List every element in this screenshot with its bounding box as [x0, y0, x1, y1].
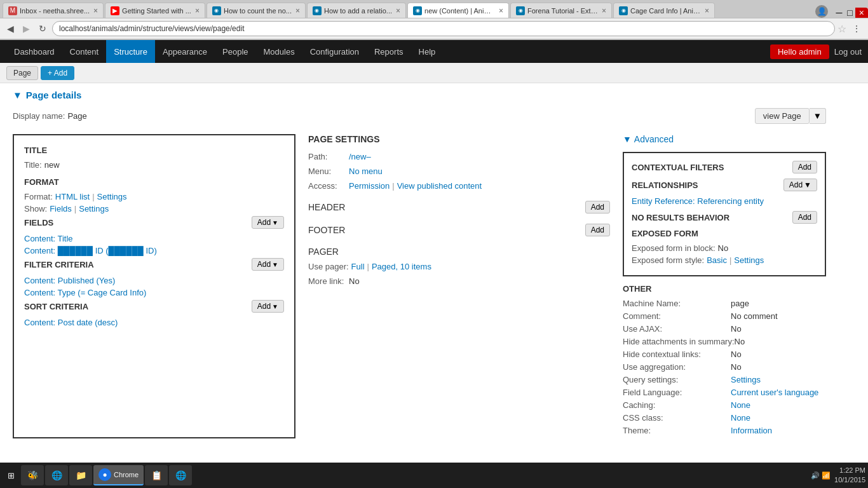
refresh-button[interactable]: ↻: [36, 22, 50, 35]
nav-dashboard[interactable]: Dashboard: [6, 40, 62, 63]
bookmark-button[interactable]: ☆: [837, 23, 846, 35]
path-row: Path: /new–: [308, 152, 610, 161]
filter-add-button[interactable]: Add ▼: [252, 258, 284, 271]
nav-content[interactable]: Content: [62, 40, 107, 63]
pager-full-link[interactable]: Full: [351, 262, 365, 271]
show-settings-link[interactable]: Settings: [79, 204, 109, 214]
contextual-filters-add-button[interactable]: Add: [792, 161, 817, 173]
other-query-settings-link[interactable]: Settings: [731, 375, 761, 384]
address-bar[interactable]: [52, 21, 835, 36]
other-css-class: CSS class: None: [623, 413, 826, 423]
access-permission-link[interactable]: Permission: [349, 181, 390, 191]
other-ajax-value: No: [731, 324, 742, 334]
relationships-entity-link[interactable]: Entity Reference: Referencing entity: [632, 196, 764, 206]
fields-add-button[interactable]: Add ▼: [252, 216, 284, 229]
tab-cage[interactable]: ◉ Cage Card Info | Anim... ×: [613, 3, 715, 18]
other-hide-contextual-label: Hide contextual links:: [623, 349, 731, 359]
other-hide-contextual-value: No: [731, 349, 742, 359]
nav-configuration[interactable]: Configuration: [302, 40, 367, 63]
settings-button[interactable]: ⋮: [849, 22, 864, 35]
nav-appearance[interactable]: Appearance: [155, 40, 215, 63]
profile-icon[interactable]: 👤: [810, 5, 833, 18]
tab-forena-close[interactable]: ×: [602, 6, 606, 15]
nav-people[interactable]: People: [215, 40, 255, 63]
show-field-row: Show: Fields | Settings: [24, 204, 284, 214]
minimize-button[interactable]: ─: [833, 8, 844, 18]
field-content-id: Content: ██████ ID (██████ ID): [24, 246, 284, 255]
tab-drupal3-active[interactable]: ◉ new (Content) | Anim... ×: [407, 3, 509, 18]
relationships-header: RELATIONSHIPS Add ▼: [632, 179, 817, 191]
tab-drupal2-text: How to add a relatio...: [324, 7, 392, 15]
page-settings-title: PAGE SETTINGS: [308, 134, 610, 144]
tab-drupal2[interactable]: ◉ How to add a relatio... ×: [307, 3, 406, 18]
tab-youtube-text: Getting Started with ...: [122, 7, 191, 15]
back-button[interactable]: ◀: [4, 22, 17, 35]
logout-button[interactable]: Log out: [834, 47, 862, 57]
page-tab-button[interactable]: Page: [6, 66, 38, 80]
add-button[interactable]: + Add: [41, 66, 74, 80]
forward-button[interactable]: ▶: [20, 22, 33, 35]
filter-published-link[interactable]: Content: Published (Yes): [24, 276, 115, 285]
other-caching: Caching: None: [623, 400, 826, 410]
other-theme-link[interactable]: Information: [731, 426, 772, 435]
display-name-label: Display name:: [13, 111, 65, 121]
tab-drupal1[interactable]: ◉ How to count the no... ×: [207, 3, 306, 18]
pager-paged-link[interactable]: Paged, 10 items: [372, 262, 431, 271]
footer-add-button[interactable]: Add: [585, 224, 610, 236]
other-aggregation: Use aggregation: No: [623, 362, 826, 372]
other-query-settings: Query settings: Settings: [623, 375, 826, 384]
header-add-button[interactable]: Add: [585, 201, 610, 214]
tab-drupal2-close[interactable]: ×: [396, 6, 400, 15]
page-details-header[interactable]: ▼ Page details: [13, 90, 826, 100]
other-query-settings-label: Query settings:: [623, 375, 731, 384]
nav-reports[interactable]: Reports: [367, 40, 411, 63]
maximize-button[interactable]: □: [844, 8, 855, 18]
advanced-toggle[interactable]: ▼ Advanced: [623, 134, 826, 144]
tab-drupal1-close[interactable]: ×: [295, 6, 300, 15]
format-settings-link[interactable]: Settings: [97, 192, 127, 201]
view-page-button[interactable]: view Page: [755, 108, 810, 124]
sort-post-date-link[interactable]: Content: Post date (desc): [24, 318, 118, 327]
admin-bar-right: Hello admin Log out: [770, 44, 862, 59]
tab-gmail-icon: M: [8, 6, 17, 15]
no-results-add-button[interactable]: Add: [792, 211, 817, 224]
close-button[interactable]: ×: [855, 8, 868, 18]
filter-section-row: FILTER CRITERIA Add ▼: [24, 258, 284, 271]
menu-value[interactable]: No menu: [349, 166, 383, 176]
view-page-group: view Page ▼: [755, 108, 826, 124]
relationships-add-button[interactable]: Add ▼: [783, 179, 817, 191]
fields-section-row: FIELDS Add ▼: [24, 216, 284, 229]
exposed-form-style-settings-link[interactable]: Settings: [734, 255, 764, 265]
field-content-title-link[interactable]: Content: Title: [24, 234, 73, 243]
filter-section-heading: FILTER CRITERIA: [24, 260, 94, 269]
other-field-language: Field Language: Current user's language: [623, 388, 826, 397]
field-content-id-link[interactable]: Content: ██████ ID (██████ ID): [24, 246, 157, 255]
format-value-link[interactable]: HTML list: [55, 192, 90, 201]
nav-help[interactable]: Help: [411, 40, 444, 63]
path-value[interactable]: /new–: [349, 152, 371, 161]
other-caching-link[interactable]: None: [731, 400, 750, 410]
show-value-link[interactable]: Fields: [50, 204, 72, 214]
pager-section: PAGER Use pager: Full | Paged, 10 items …: [308, 247, 610, 286]
tab-cage-close[interactable]: ×: [705, 6, 709, 15]
nav-modules[interactable]: Modules: [256, 40, 302, 63]
tab-gmail[interactable]: M Inbox - neetha.shree... ×: [3, 3, 104, 18]
header-section: HEADER Add: [308, 201, 610, 214]
filter-type-link[interactable]: Content: Type (= Cage Card Info): [24, 288, 146, 297]
tab-forena[interactable]: ◉ Forena Tutorial - Exte... ×: [510, 3, 612, 18]
tab-drupal3-close[interactable]: ×: [499, 6, 503, 15]
tab-drupal3-icon: ◉: [413, 6, 422, 15]
tab-gmail-close[interactable]: ×: [93, 6, 98, 15]
pager-use-row: Use pager: Full | Paged, 10 items: [308, 262, 610, 271]
nav-structure[interactable]: Structure: [106, 40, 155, 63]
sort-add-button[interactable]: Add ▼: [252, 300, 284, 313]
other-field-language-link[interactable]: Current user's language: [731, 388, 818, 397]
access-view-published-link[interactable]: View published content: [397, 181, 482, 191]
view-page-dropdown[interactable]: ▼: [810, 108, 826, 124]
exposed-form-style-basic-link[interactable]: Basic: [707, 255, 727, 265]
tab-youtube[interactable]: ▶ Getting Started with ... ×: [105, 3, 205, 18]
other-css-class-link[interactable]: None: [731, 413, 750, 423]
sort-add-arrow: ▼: [272, 303, 278, 310]
tab-youtube-close[interactable]: ×: [195, 6, 200, 15]
sort-section-heading: SORT CRITERIA: [24, 302, 88, 311]
